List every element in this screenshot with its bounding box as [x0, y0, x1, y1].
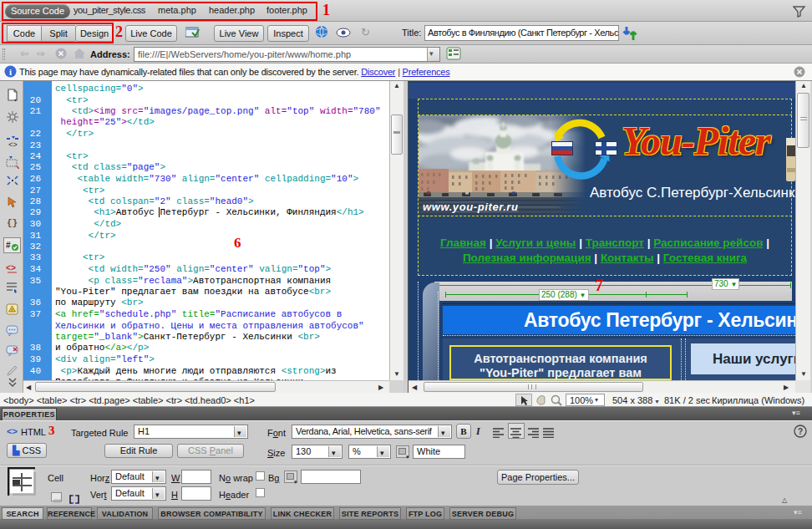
svg-text:#: # — [6, 241, 11, 250]
svg-text:<>: <> — [6, 264, 16, 273]
svg-text:<>: <> — [8, 141, 18, 149]
svg-text:i: i — [9, 67, 12, 77]
svg-text:{}: {} — [7, 218, 18, 228]
svg-text:?: ? — [798, 427, 803, 436]
